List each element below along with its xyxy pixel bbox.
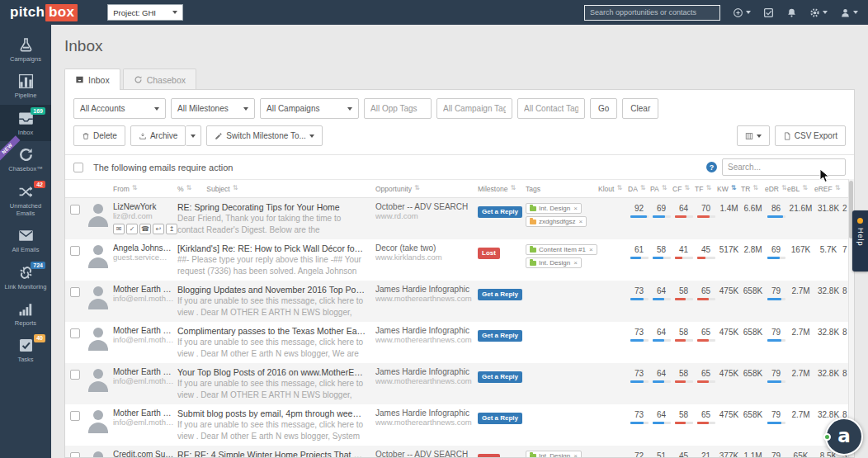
opp-tags-input[interactable] — [364, 98, 432, 119]
column-header-subject[interactable]: Subject⇅ — [206, 185, 238, 193]
tag-pill[interactable]: Int. Design× — [526, 203, 582, 214]
switch-milestone-button[interactable]: Switch Milestone To... — [206, 125, 323, 146]
archive-button[interactable]: Archive — [130, 125, 186, 146]
project-select[interactable]: Project: GHI — [107, 4, 183, 21]
row-checkbox[interactable] — [70, 205, 80, 215]
email-subject[interactable]: Submit blog posts by email, 4pm through … — [177, 408, 375, 418]
opportunity-name[interactable]: October -- ADV SEARCH — [375, 202, 478, 211]
phone-icon[interactable]: ☎ — [139, 224, 151, 234]
opportunity-url[interactable]: www.motherearthnews.com — [375, 294, 478, 303]
sort-icon[interactable]: ⇅ — [510, 185, 516, 191]
row-checkbox[interactable] — [70, 452, 80, 457]
columns-button[interactable] — [737, 125, 770, 146]
from-name[interactable]: Mother Earth News — [113, 285, 177, 294]
tab-chasebox[interactable]: Chasebox — [123, 68, 196, 90]
remove-tag-icon[interactable]: × — [578, 218, 583, 225]
gear-icon[interactable] — [809, 7, 828, 18]
bell-icon[interactable] — [786, 7, 797, 18]
column-header--[interactable]: %⇅ — [177, 185, 191, 193]
add-icon[interactable] — [733, 7, 751, 18]
table-row[interactable]: Credit.com Supportsupport@credit.zendes.… — [65, 446, 854, 457]
delete-button[interactable]: Delete — [73, 125, 125, 146]
from-name[interactable]: Mother Earth News — [113, 408, 177, 418]
email-subject[interactable]: RE: RE: 4 Simple Winter Home Projects Th… — [177, 450, 375, 457]
column-header-kw[interactable]: KW⇅ — [717, 185, 741, 193]
accounts-filter-select[interactable]: All Accounts — [73, 98, 166, 119]
sidebar-item-all-emails[interactable]: All Emails — [0, 222, 51, 258]
table-row[interactable]: Angela Johnson (Kirkla...guest.service@k… — [65, 239, 854, 281]
column-header-milestone[interactable]: Milestone⇅ — [478, 185, 526, 193]
sort-icon[interactable]: ⇅ — [132, 185, 138, 191]
info-icon[interactable]: ? — [706, 162, 717, 172]
column-header-cf[interactable]: CF⇅ — [672, 185, 695, 193]
sidebar-item-link-monitoring[interactable]: 724Link Monitoring — [0, 259, 51, 295]
table-row[interactable]: LizNewYorkliz@rd.com✉✓☎↩↥RE: Spring Deco… — [65, 198, 854, 239]
sort-icon[interactable]: ⇅ — [662, 185, 668, 191]
milestone-badge[interactable]: Get a Reply — [478, 371, 522, 383]
opportunity-name[interactable]: Decor (take two) — [375, 243, 478, 253]
table-search-input[interactable] — [722, 158, 846, 176]
opportunity-url[interactable]: www.kirklands.com — [375, 253, 478, 262]
milestone-badge[interactable]: Get a Reply — [478, 413, 522, 424]
remove-tag-icon[interactable]: × — [589, 246, 593, 253]
column-header-opportunity[interactable]: Opportunity⇅ — [375, 185, 478, 193]
milestone-badge[interactable]: Get a Reply — [478, 206, 522, 218]
from-name[interactable]: Mother Earth News — [113, 367, 177, 376]
archive-dropdown-button[interactable] — [186, 125, 201, 146]
email-subject[interactable]: Blogging Updates and November 2016 Top P… — [177, 285, 375, 295]
column-header-ebl[interactable]: eBL⇅ — [787, 185, 814, 193]
column-header-tr[interactable]: TR⇅ — [741, 185, 765, 193]
milestone-badge[interactable]: Lost — [478, 454, 500, 457]
chat-widget-button[interactable]: a — [825, 418, 863, 456]
column-header-pa[interactable]: PA⇅ — [650, 185, 672, 193]
table-row[interactable]: Mother Earth Newsinfo@eml.motherearthn..… — [65, 404, 854, 446]
column-header-from[interactable]: From⇅ — [113, 185, 177, 193]
row-checkbox[interactable] — [70, 370, 80, 380]
reply-icon[interactable]: ↩ — [153, 224, 164, 234]
sort-icon[interactable]: ⇅ — [233, 185, 238, 191]
campaign-tags-input[interactable] — [436, 98, 512, 119]
remove-tag-icon[interactable]: × — [573, 205, 578, 212]
go-button[interactable]: Go — [590, 98, 617, 119]
email-subject[interactable]: [Kirkland's] Re: RE: How to Pick Wall Dé… — [177, 243, 375, 253]
column-header-da[interactable]: DA⇅ — [628, 185, 650, 193]
milestones-filter-select[interactable]: All Milestones — [171, 98, 255, 119]
opportunity-url[interactable]: www.rd.com — [375, 211, 478, 220]
table-row[interactable]: Mother Earth Newsinfo@eml.motherearthn..… — [65, 281, 854, 322]
sidebar-item-reports[interactable]: Reports — [0, 295, 51, 332]
row-checkbox[interactable] — [70, 246, 80, 256]
milestone-badge[interactable]: Get a Reply — [478, 289, 522, 300]
email-subject[interactable]: Complimentary passes to the Texas Mother… — [177, 326, 375, 336]
tag-pill[interactable]: Content Item #1× — [526, 244, 597, 255]
opportunity-name[interactable]: James Hardie Infographic — [375, 285, 478, 294]
table-row[interactable]: Mother Earth Newsinfo@eml.motherearthn..… — [65, 363, 854, 404]
opportunity-url[interactable]: www.motherearthnews.com — [375, 376, 478, 385]
sidebar-item-tasks[interactable]: 40Tasks — [0, 332, 51, 368]
sidebar-item-inbox[interactable]: 169Inbox — [0, 105, 51, 141]
sort-icon[interactable]: ⇅ — [414, 185, 420, 191]
column-header-edr[interactable]: eDR⇅ — [765, 185, 787, 193]
sidebar-item-pipeline[interactable]: Pipeline — [0, 68, 51, 104]
email-subject[interactable]: Your Top Blog Posts of 2016 on www.Mothe… — [177, 367, 375, 377]
opportunity-name[interactable]: James Hardie Infographic — [375, 408, 478, 418]
select-all-checkbox[interactable] — [73, 163, 83, 172]
check-icon[interactable]: ✓ — [126, 224, 138, 234]
from-name[interactable]: Credit.com Support — [113, 450, 177, 457]
pitchbox-logo[interactable]: pitch box — [10, 4, 78, 21]
sort-icon[interactable]: ⇅ — [835, 185, 841, 191]
from-name[interactable]: LizNewYork — [113, 202, 177, 211]
clear-button[interactable]: Clear — [622, 98, 658, 119]
milestone-badge[interactable]: Lost — [478, 248, 500, 259]
milestone-badge[interactable]: Get a Reply — [478, 330, 522, 342]
row-checkbox[interactable] — [70, 287, 80, 297]
tasks-check-icon[interactable] — [763, 7, 774, 18]
envelope-icon[interactable]: ✉ — [113, 224, 125, 234]
sort-icon[interactable]: ⇅ — [705, 185, 711, 191]
column-header-tf[interactable]: TF⇅ — [695, 185, 717, 193]
csv-export-button[interactable]: CSV Export — [775, 125, 846, 146]
sort-icon[interactable]: ⇅ — [802, 185, 808, 191]
opportunity-name[interactable]: James Hardie Infographic — [375, 367, 478, 376]
global-search-input[interactable] — [584, 5, 720, 21]
sort-icon[interactable]: ⇅ — [684, 185, 690, 191]
export-icon[interactable]: ↥ — [166, 224, 177, 234]
